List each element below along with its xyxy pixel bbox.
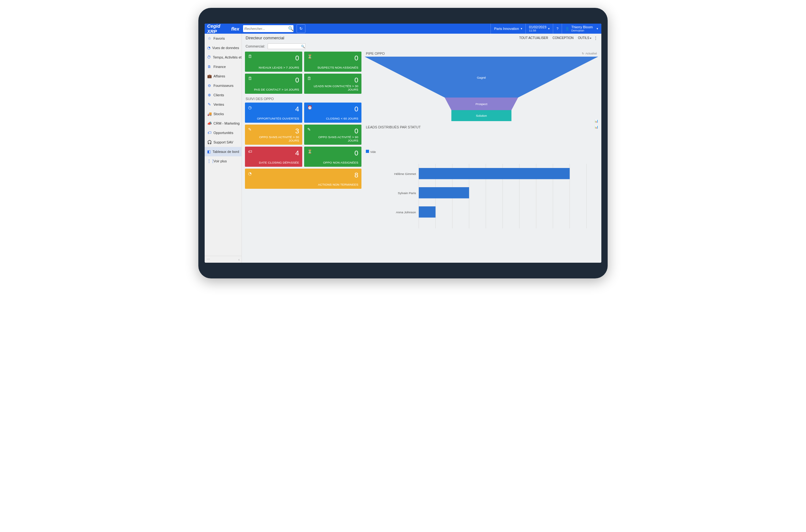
tile-icon: 🗓 bbox=[307, 76, 311, 81]
sidebar-item-finance[interactable]: 🗎Finance bbox=[205, 62, 241, 71]
sidebar-item-label: Vues de données bbox=[212, 46, 239, 50]
user-menu[interactable]: 👤 Thierry Bloom Demojean ▾ bbox=[562, 24, 601, 34]
kpi-tile[interactable]: ◷4OPPORTUNITÉS OUVERTES bbox=[245, 102, 302, 123]
tile-value: 8 bbox=[354, 171, 358, 179]
sidebar-item-vues-de-donn-es[interactable]: ◔Vues de données bbox=[205, 43, 241, 53]
pipe-oppo-title: PIPE OPPO bbox=[366, 52, 385, 55]
sidebar-icon: ⊖ bbox=[207, 83, 212, 88]
search-icon[interactable]: 🔍 bbox=[288, 26, 293, 31]
tile-label: OPPO SANS ACTIVITÉ > 90 JOURS bbox=[307, 135, 358, 142]
search-input[interactable] bbox=[244, 27, 288, 31]
sidebar-item-label: Finance bbox=[214, 65, 226, 69]
sidebar-item-favoris[interactable]: ☆Favoris bbox=[205, 34, 241, 43]
kpi-tile[interactable]: ✎0OPPO SANS ACTIVITÉ > 90 JOURS bbox=[304, 125, 362, 145]
sidebar-icon: 🚚 bbox=[207, 112, 212, 116]
tile-label: DATE CLOSING DÉPASSÉE bbox=[248, 161, 299, 164]
commercial-filter-input[interactable] bbox=[268, 43, 306, 49]
kpi-tile[interactable]: ✎3OPPO SANS ACTIVITÉ > 30 JOURS bbox=[245, 125, 302, 145]
leads-title: LEADS DISTRIBUÉS PAR STATUT bbox=[366, 125, 421, 129]
topbar-right: Paris Innovation▾ 01/02/2023 11:58 ▾ ? 👤… bbox=[491, 24, 601, 34]
sidebar-item-label: Affaires bbox=[214, 74, 225, 78]
chart-settings-icon[interactable]: 📊 bbox=[594, 119, 598, 123]
bar[interactable] bbox=[419, 168, 570, 179]
sidebar-icon: ⏱ bbox=[207, 55, 211, 59]
sidebar-icon: ✎ bbox=[207, 102, 212, 107]
tile-value: 0 bbox=[295, 54, 299, 62]
tile-label: OPPO NON ASSIGNÉES bbox=[307, 161, 358, 164]
sidebar-item-voir-plus[interactable]: ⋮⋮Voir plus bbox=[205, 156, 241, 166]
tile-icon: ⏳ bbox=[307, 54, 312, 59]
bar-category-label: Hélène Gimmet bbox=[394, 172, 416, 175]
sidebar-item-ventes[interactable]: ✎Ventes bbox=[205, 100, 241, 109]
sidebar-item-temps-activit-s-et-[interactable]: ⏱Temps, Activités et ... bbox=[205, 53, 241, 62]
sidebar-collapse-icon[interactable]: ‹ bbox=[238, 258, 240, 262]
sidebar: ☆Favoris◔Vues de données⏱Temps, Activité… bbox=[205, 34, 242, 263]
kpi-tile[interactable]: 🗓0LEADS NON CONTACTÉS > 30 JOURS bbox=[304, 74, 362, 94]
tile-label: ACTIONS NON TERMINEES bbox=[248, 183, 358, 186]
kpi-tile[interactable]: ◔8ACTIONS NON TERMINEES bbox=[245, 169, 362, 189]
sidebar-item-label: Stocks bbox=[214, 112, 224, 116]
sidebar-item-label: Opportunités bbox=[214, 131, 233, 135]
kpi-tile[interactable]: ⏳0SUSPECTS NON ASSIGNÉS bbox=[304, 52, 362, 72]
date-selector[interactable]: 01/02/2023 11:58 ▾ bbox=[526, 24, 553, 34]
page-filter-row: Commercial: 🔍 bbox=[242, 42, 601, 50]
help-button[interactable]: ? bbox=[553, 24, 561, 34]
sidebar-item-support-sav[interactable]: 🎧Support SAV bbox=[205, 137, 241, 147]
tile-value: 4 bbox=[295, 105, 299, 113]
sidebar-item-crm-marketing[interactable]: 📣CRM - Marketing bbox=[205, 119, 241, 128]
sidebar-item-label: Temps, Activités et ... bbox=[213, 55, 241, 59]
sidebar-item-tableaux-de-bord[interactable]: ◧Tableaux de bord bbox=[205, 147, 241, 156]
sidebar-icon: 📣 bbox=[207, 121, 212, 126]
pipe-funnel-chart: Gagné Prospect Solution 📊 bbox=[365, 57, 598, 123]
kpi-tile[interactable]: ⏰0CLOSING < 60 JOURS bbox=[304, 102, 362, 123]
tools-dropdown[interactable]: OUTILS bbox=[578, 36, 591, 40]
sidebar-item-fournisseurs[interactable]: ⊖Fournisseurs bbox=[205, 81, 241, 90]
sidebar-item-label: Support SAV bbox=[214, 140, 233, 144]
sidebar-icon: ◔ bbox=[207, 45, 210, 50]
tablet-frame: Cegid XRP flex 🔍 ↻ Paris Innovation▾ 01/… bbox=[198, 8, 608, 279]
app-logo: Cegid XRP flex bbox=[205, 24, 242, 34]
bar-chart-settings-icon[interactable]: 📊 bbox=[594, 125, 598, 129]
tile-value: 0 bbox=[295, 76, 299, 84]
page-header: Directeur commercial TOUT ACTUALISER CON… bbox=[242, 34, 601, 42]
refresh-small-icon[interactable]: ↻ bbox=[582, 52, 584, 55]
tile-label: SUSPECTS NON ASSIGNÉS bbox=[307, 66, 358, 69]
page-menu-icon[interactable]: ⋮ bbox=[594, 36, 598, 40]
topbar: Cegid XRP flex 🔍 ↻ Paris Innovation▾ 01/… bbox=[205, 24, 601, 34]
bar-category-label: Anna Johnson bbox=[396, 210, 416, 214]
bar[interactable] bbox=[419, 206, 436, 218]
tile-icon: ⏳ bbox=[307, 149, 312, 154]
bar[interactable] bbox=[419, 187, 469, 198]
commercial-filter-search-icon[interactable]: 🔍 bbox=[301, 45, 305, 48]
kpi-column: 🗓0NVEAUX LEADS > 7 JOURS⏳0SUSPECTS NON A… bbox=[245, 52, 362, 260]
app-screen: Cegid XRP flex 🔍 ↻ Paris Innovation▾ 01/… bbox=[205, 24, 601, 263]
sidebar-item-affaires[interactable]: 💼Affaires bbox=[205, 71, 241, 81]
sidebar-item-label: Clients bbox=[214, 93, 224, 97]
kpi-tile[interactable]: 🗓0NVEAUX LEADS > 7 JOURS bbox=[245, 52, 302, 72]
design-button[interactable]: CONCEPTION bbox=[552, 36, 574, 40]
sidebar-item-opportunit-s[interactable]: 🏷Opportunités bbox=[205, 128, 241, 137]
kpi-tile[interactable]: 🏷4DATE CLOSING DÉPASSÉE bbox=[245, 147, 302, 167]
sidebar-item-stocks[interactable]: 🚚Stocks bbox=[205, 109, 241, 119]
tile-label: NVEAUX LEADS > 7 JOURS bbox=[248, 66, 299, 69]
tile-label: OPPORTUNITÉS OUVERTES bbox=[248, 117, 299, 120]
kpi-tile[interactable]: ⏳0OPPO NON ASSIGNÉES bbox=[304, 147, 362, 167]
kpi-tile[interactable]: 🗓0PAS DE CONTACT > 14 JOURS bbox=[245, 74, 302, 94]
svg-text:Gagné: Gagné bbox=[477, 76, 486, 79]
search-box[interactable]: 🔍 bbox=[243, 25, 293, 32]
sidebar-icon: ☆ bbox=[207, 36, 212, 41]
sidebar-item-label: Fournisseurs bbox=[214, 84, 234, 88]
svg-text:Solution: Solution bbox=[476, 114, 487, 117]
tile-value: 0 bbox=[354, 149, 358, 157]
sidebar-item-label: Favoris bbox=[214, 37, 225, 40]
refresh-all-button[interactable]: TOUT ACTUALISER bbox=[519, 36, 548, 40]
reload-button[interactable]: ↻ bbox=[297, 24, 306, 33]
org-selector[interactable]: Paris Innovation▾ bbox=[491, 24, 526, 34]
tile-icon: ⏰ bbox=[307, 105, 312, 110]
sidebar-icon: 🎧 bbox=[207, 140, 212, 145]
sidebar-more-icon[interactable]: ⋯ bbox=[206, 258, 210, 262]
sidebar-icon: 🏷 bbox=[207, 131, 212, 135]
page-actions: TOUT ACTUALISER CONCEPTION OUTILS bbox=[519, 36, 591, 40]
sidebar-item-clients[interactable]: ⊕Clients bbox=[205, 90, 241, 100]
charts-column: PIPE OPPO ↻ Actualisé Gagné bbox=[365, 52, 598, 260]
